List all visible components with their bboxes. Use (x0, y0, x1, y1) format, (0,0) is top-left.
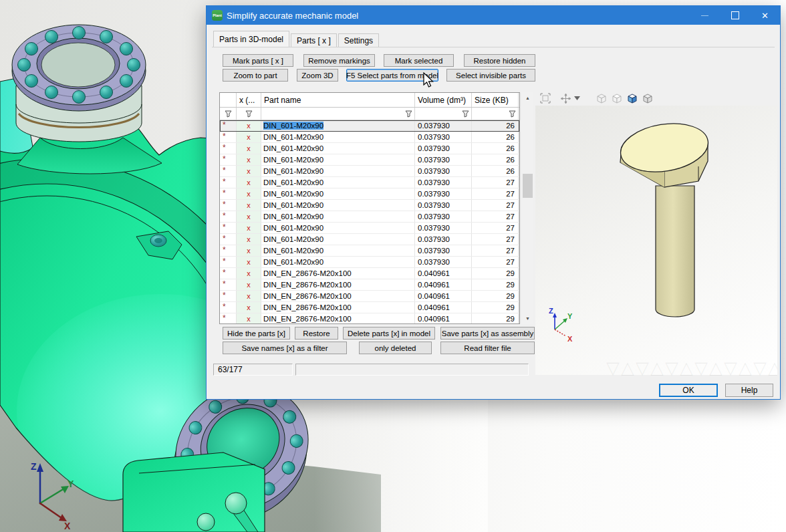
filter-cell-end (519, 108, 519, 120)
table-row[interactable]: *xDIN_601-M20x900.03793027 (220, 234, 519, 245)
col-volume[interactable]: Volume (dm³) (415, 93, 472, 107)
table-row[interactable]: *xDIN_601-M20x900.03793026 (220, 154, 519, 166)
action-hide-the-parts-x[interactable]: Hide the parts [x] (223, 327, 290, 340)
filter-cell[interactable] (415, 108, 472, 120)
minimize-button[interactable] (690, 6, 720, 25)
col-size[interactable]: Size (KB) (472, 93, 519, 107)
cell-marker: * (220, 302, 237, 313)
table-row[interactable]: *xDIN_601-M20x900.03793027 (220, 188, 519, 200)
action-only-deleted[interactable]: only deleted (359, 342, 432, 354)
cell-part-name: DIN_601-M20x90 (261, 211, 415, 222)
col-marker[interactable] (220, 93, 237, 107)
table-row[interactable]: *xDIN_601-M20x900.03793027 (220, 257, 519, 268)
cell-size: 27 (472, 211, 519, 222)
action-delete-parts-x-in-model[interactable]: Delete parts [x] in model (343, 327, 435, 340)
button-mark-parts-x[interactable]: Mark parts [ x ] (223, 54, 293, 67)
cell-volume: 0.037930 (415, 143, 472, 154)
table-row[interactable]: *xDIN_601-M20x900.03793026 (220, 166, 519, 177)
action-read-filter-file[interactable]: Read filter file (440, 342, 535, 354)
col-part-name[interactable]: Part name (261, 93, 415, 107)
table-row[interactable]: *xDIN_EN_28676-M20x1000.04096129 (220, 313, 519, 324)
cell-end (519, 279, 519, 290)
cell-volume: 0.037930 (415, 234, 472, 245)
table-row[interactable]: *xDIN_601-M20x900.03793026 (220, 132, 519, 143)
table-row[interactable]: *xDIN_601-M20x900.03793027 (220, 223, 519, 234)
button-mark-selected[interactable]: Mark selected (384, 54, 454, 67)
help-button[interactable]: Help (725, 384, 773, 397)
table-row[interactable]: *xDIN_601-M20x900.03793026 (220, 120, 519, 132)
cell-part-name: DIN_601-M20x90 (261, 143, 415, 154)
cell-end (519, 166, 519, 176)
cell-size: 29 (472, 313, 519, 324)
filter-cell[interactable] (237, 108, 261, 120)
table-row[interactable]: *xDIN_601-M20x900.03793027 (220, 245, 519, 257)
table-row[interactable]: *xDIN_EN_28676-M20x1000.04096129 (220, 279, 519, 291)
view-cube-2-icon[interactable] (611, 92, 623, 104)
scrollbar-thumb[interactable] (523, 174, 533, 198)
table-row[interactable]: *xDIN_601-M20x900.03793027 (220, 200, 519, 211)
cell-marker: * (220, 279, 237, 290)
cell-end (519, 211, 519, 222)
axis-x-label: X (64, 521, 71, 531)
cell-part-name: DIN_601-M20x90 (261, 200, 415, 211)
table-row[interactable]: *xDIN_601-M20x900.03793026 (220, 143, 519, 154)
preview-axis-x-label: X (567, 335, 573, 343)
col-x[interactable]: x (... (237, 93, 261, 107)
table-row[interactable]: *xDIN_601-M20x900.03793027 (220, 211, 519, 223)
view-cube-4-icon[interactable] (642, 92, 654, 104)
button-zoom-3d[interactable]: Zoom 3D (297, 69, 338, 82)
filter-cell[interactable] (472, 108, 519, 120)
action-save-names-x-as-a-filter[interactable]: Save names [x] as a filter (223, 342, 347, 354)
action-restore[interactable]: Restore (295, 327, 338, 340)
part-name-text: DIN_601-M20x90 (263, 133, 323, 141)
button-restore-hidden[interactable]: Restore hidden (464, 54, 535, 67)
button-remove-markings[interactable]: Remove markings (303, 54, 375, 67)
cell-x: x (237, 143, 261, 154)
preview-canvas[interactable]: Z Y X (535, 106, 777, 375)
button-select-invisible-parts[interactable]: Select invisible parts (446, 69, 535, 82)
cell-volume: 0.037930 (415, 154, 472, 165)
cell-volume: 0.037930 (415, 245, 472, 256)
table-row[interactable]: *xDIN_EN_28676-M20x1000.04096129 (220, 291, 519, 302)
fit-view-icon[interactable] (540, 93, 551, 104)
axis-y-label: Y (68, 479, 74, 489)
scroll-down-icon[interactable]: ▼ (522, 313, 533, 324)
part-name-text: DIN_601-M20x90 (263, 190, 323, 198)
table-row[interactable]: *xDIN_601-M20x900.03793027 (220, 177, 519, 188)
cell-x: x (237, 188, 261, 199)
filter-icon (225, 110, 232, 118)
cell-size: 26 (472, 143, 519, 154)
cell-part-name: DIN_601-M20x90 (261, 154, 415, 165)
view-cube-shaded-icon[interactable] (626, 92, 638, 104)
table-row[interactable]: *xDIN_EN_28676-M20x1000.04096129 (220, 268, 519, 279)
tab-parts-in-3d-model[interactable]: Parts in 3D-model (213, 31, 289, 47)
part-name-text: DIN_601-M20x90 (263, 178, 323, 186)
table-row[interactable]: *xDIN_EN_28676-M20x1000.04096129 (220, 302, 519, 313)
table-scrollbar[interactable]: ▲ ▼ (522, 92, 533, 324)
chevron-down-icon[interactable] (574, 96, 580, 100)
close-button[interactable]: ✕ (750, 6, 780, 25)
table-header[interactable]: x (... Part name Volume (dm³) Size (KB) (220, 93, 519, 108)
tab-settings[interactable]: Settings (338, 33, 379, 47)
scroll-up-icon[interactable]: ▲ (522, 92, 533, 104)
cell-marker: * (220, 234, 237, 245)
screen: Z Y X Plant Simplify accurate mechanic m… (0, 0, 786, 532)
title-bar[interactable]: Plant Simplify accurate mechanic model ✕ (207, 6, 780, 25)
cell-end (519, 223, 519, 233)
part-name-text: DIN_EN_28676-M20x100 (263, 292, 352, 300)
action-save-parts-x-as-assembly[interactable]: Save parts [x] as assembly (440, 327, 535, 340)
button-zoom-to-part[interactable]: Zoom to part (223, 69, 288, 82)
cell-part-name: DIN_601-M20x90 (261, 166, 415, 176)
parts-table[interactable]: x (... Part name Volume (dm³) Size (KB) (219, 92, 520, 324)
view-cube-1-icon[interactable] (596, 92, 608, 104)
part-name-text: DIN_601-M20x90 (263, 144, 323, 152)
cell-marker: * (220, 143, 237, 154)
cell-x: x (237, 268, 261, 279)
filter-cell[interactable] (220, 108, 237, 120)
cell-marker: * (220, 211, 237, 222)
filter-cell[interactable] (261, 108, 415, 120)
tab-parts-x[interactable]: Parts [ x ] (291, 33, 337, 47)
ok-button[interactable]: OK (659, 384, 718, 397)
maximize-button[interactable] (720, 6, 750, 25)
pan-icon[interactable] (561, 94, 571, 104)
